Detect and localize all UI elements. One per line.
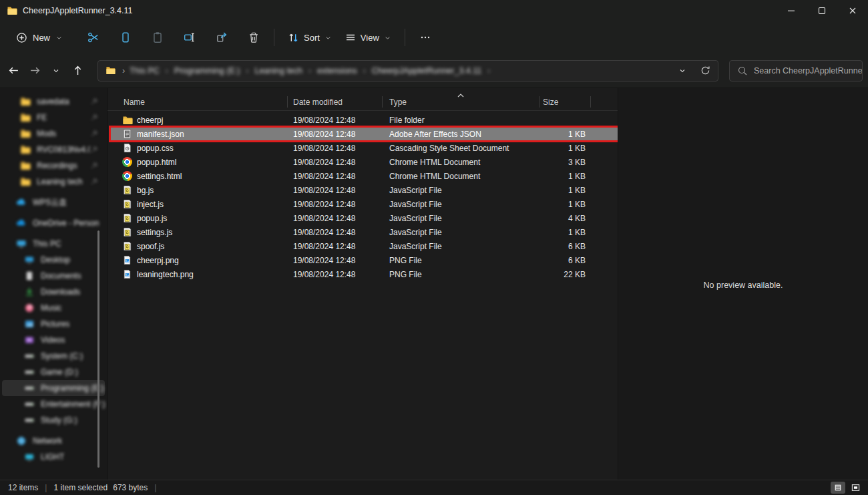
file-name: popup.css [137, 144, 174, 153]
file-date-modified: 19/08/2024 12:48 [288, 130, 383, 139]
share-button[interactable] [208, 25, 235, 49]
table-row[interactable]: settings.js 19/08/2024 12:48 JavaScript … [111, 225, 618, 239]
toolbar-divider [405, 29, 405, 46]
folder-icon [20, 128, 31, 139]
refresh-icon[interactable] [696, 62, 714, 79]
copy-button[interactable] [112, 25, 139, 49]
column-header-name[interactable]: Name [107, 94, 288, 110]
rename-button[interactable] [176, 25, 203, 49]
paste-button[interactable] [144, 25, 171, 49]
table-row[interactable]: spoof.js 19/08/2024 12:48 JavaScript Fil… [111, 239, 618, 253]
search-input[interactable] [730, 61, 862, 81]
command-bar: New Sort View [0, 21, 868, 53]
breadcrumb-item[interactable]: Leaning tech [254, 66, 302, 75]
file-date-modified: 19/08/2024 12:48 [288, 256, 383, 265]
maximize-button[interactable] [807, 0, 837, 21]
address-dropdown-chevron[interactable] [674, 62, 691, 79]
sidebar-item[interactable]: Leaning tech [2, 174, 105, 190]
breadcrumb-item[interactable]: CheerpJAppletRunner_3.4.11 [372, 66, 481, 75]
sidebar-item[interactable]: Entertainment (F:) [2, 396, 105, 412]
table-row[interactable]: popup.html 19/08/2024 12:48 Chrome HTML … [111, 155, 618, 169]
sidebar-item[interactable]: WPS云盘 [2, 194, 105, 210]
thispc-icon [16, 238, 27, 249]
file-date-modified: 19/08/2024 12:48 [288, 228, 383, 237]
sidebar-item[interactable]: System (C:) [2, 348, 105, 364]
back-button[interactable] [3, 61, 23, 81]
sidebar-item[interactable]: LIGHT [2, 449, 105, 465]
drive-icon [24, 399, 35, 409]
column-header-size[interactable]: Size [539, 94, 591, 110]
breadcrumb-item[interactable]: This PC [130, 66, 159, 75]
sidebar-item-label: System (C:) [41, 351, 83, 361]
file-type: PNG File [383, 270, 539, 279]
chevron-down-icon [324, 34, 332, 41]
close-button[interactable] [837, 0, 868, 21]
sidebar-scrollbar[interactable] [97, 230, 99, 468]
sidebar-item[interactable]: Programming (E:) [2, 380, 105, 396]
new-button[interactable]: New [9, 28, 69, 47]
table-row[interactable]: leaningtech.png 19/08/2024 12:48 PNG Fil… [111, 267, 618, 281]
delete-button[interactable] [240, 25, 267, 49]
breadcrumb-item[interactable]: Programming (E:) [174, 66, 240, 75]
cut-button[interactable] [80, 25, 107, 49]
sidebar-item[interactable]: RVC0813Nv4.0 [2, 142, 105, 158]
forward-button[interactable] [25, 61, 45, 81]
videos-icon [24, 335, 35, 345]
table-row[interactable]: inject.js 19/08/2024 12:48 JavaScript Fi… [111, 197, 618, 211]
sidebar-item[interactable]: Downloads [2, 284, 105, 300]
pin-icon [90, 114, 98, 122]
sidebar-item[interactable]: Desktop [2, 252, 105, 268]
sidebar-item[interactable]: Mods [2, 126, 105, 142]
file-date-modified: 19/08/2024 12:48 [288, 270, 383, 279]
up-button[interactable] [67, 61, 87, 81]
table-row[interactable]: manifest.json 19/08/2024 12:48 Adobe Aft… [111, 127, 618, 141]
address-bar[interactable]: › This PC Programming (E:) Leaning tech [97, 60, 718, 81]
sidebar-item[interactable]: Study (G:) [2, 412, 105, 428]
sidebar-item[interactable]: Videos [2, 332, 105, 348]
sidebar-item-label: savedata [37, 97, 69, 106]
sidebar-item[interactable]: Game (D:) [2, 364, 105, 380]
file-type: Adobe After Effects JSON [383, 130, 539, 139]
view-button[interactable]: View [339, 27, 398, 47]
recent-locations-chevron[interactable] [46, 61, 66, 81]
sidebar-item[interactable]: Music [2, 300, 105, 316]
file-size: 22 KB [539, 270, 591, 279]
table-row[interactable]: cheerpj 19/08/2024 12:48 File folder [111, 113, 618, 127]
sidebar-item[interactable]: Documents [2, 268, 105, 284]
sidebar-item[interactable]: FE [2, 110, 105, 126]
sidebar-item[interactable]: OneDrive - Person [2, 215, 105, 231]
sidebar-item-label: Mods [37, 129, 56, 138]
sidebar-item-label: Pictures [41, 319, 69, 329]
table-row[interactable]: popup.css 19/08/2024 12:48 Cascading Sty… [111, 141, 618, 155]
sidebar-item-label: Recordings [37, 161, 77, 170]
sidebar-item-label: This PC [33, 239, 61, 249]
file-name: settings.js [137, 228, 172, 237]
sidebar-item-label: Programming (E:) [41, 383, 104, 393]
sort-button[interactable]: Sort [281, 27, 339, 48]
column-header-date-modified[interactable]: Date modified [288, 94, 383, 110]
sidebar-item-label: Study (G:) [41, 416, 77, 425]
pin-icon [90, 130, 98, 138]
sidebar-item[interactable]: Pictures [2, 316, 105, 332]
table-row[interactable]: settings.html 19/08/2024 12:48 Chrome HT… [111, 169, 618, 183]
sidebar-item-label: RVC0813Nv4.0 [37, 145, 90, 154]
sidebar-item[interactable]: Network [2, 433, 105, 449]
sidebar-item[interactable]: This PC [2, 236, 105, 252]
sidebar-item-label: Desktop [41, 255, 70, 265]
more-options-button[interactable] [412, 25, 439, 49]
table-row[interactable]: popup.js 19/08/2024 12:48 JavaScript Fil… [111, 211, 618, 225]
drive-icon [24, 383, 35, 393]
breadcrumb-item[interactable]: extensions [317, 66, 357, 75]
table-row[interactable]: cheerpj.png 19/08/2024 12:48 PNG File 6 … [111, 253, 618, 267]
new-button-label: New [33, 33, 50, 43]
file-name: popup.html [137, 158, 176, 167]
file-name: leaningtech.png [137, 270, 194, 279]
sidebar-item[interactable]: Recordings [2, 158, 105, 174]
details-view-toggle[interactable] [831, 482, 845, 494]
large-icons-view-toggle[interactable] [848, 482, 863, 494]
file-size: 6 KB [539, 242, 591, 251]
minimize-button[interactable] [776, 0, 807, 21]
sidebar-item[interactable]: savedata [2, 94, 105, 110]
table-row[interactable]: bg.js 19/08/2024 12:48 JavaScript File 1… [111, 183, 618, 197]
selection-count: 1 item selected [53, 483, 107, 492]
